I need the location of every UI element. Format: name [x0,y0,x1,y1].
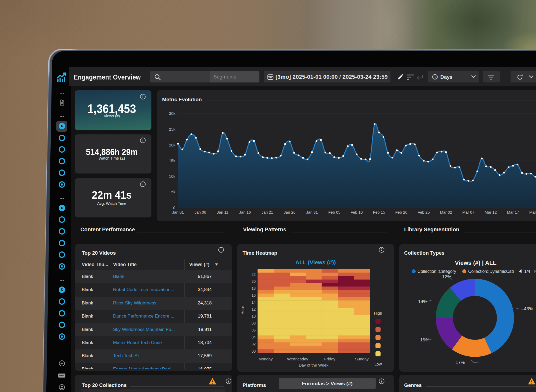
svg-text:Jan 06: Jan 06 [195,210,206,214]
svg-text:10k: 10k [169,174,176,179]
svg-text:Feb 20: Feb 20 [395,210,407,214]
svg-text:Feb 10: Feb 10 [351,210,363,214]
svg-text:30k: 30k [169,111,176,116]
svg-text:Feb 25: Feb 25 [418,210,430,214]
svg-text:0: 0 [173,206,175,210]
svg-text:Jan 26: Jan 26 [284,210,296,214]
svg-text:Mar 12: Mar 12 [485,210,497,214]
svg-text:Mar 07: Mar 07 [462,210,474,214]
svg-text:Feb 15: Feb 15 [373,210,385,214]
svg-text:5k: 5k [171,190,176,194]
svg-text:25k: 25k [169,127,176,131]
svg-text:Mar 22: Mar 22 [529,210,536,214]
svg-text:$: $ [61,288,63,292]
svg-text:Jan 11: Jan 11 [217,210,228,214]
svg-text:15k: 15k [169,159,176,163]
svg-text:Jan 21: Jan 21 [262,210,273,214]
svg-text:Feb 05: Feb 05 [328,210,340,214]
svg-text:Mar 17: Mar 17 [507,210,519,214]
svg-text:Jan 16: Jan 16 [239,210,251,214]
svg-text:Mar 02: Mar 02 [440,210,452,214]
svg-text:Jan 31: Jan 31 [306,210,318,214]
svg-text:Jan 01: Jan 01 [172,210,184,214]
svg-text:20k: 20k [169,143,176,147]
